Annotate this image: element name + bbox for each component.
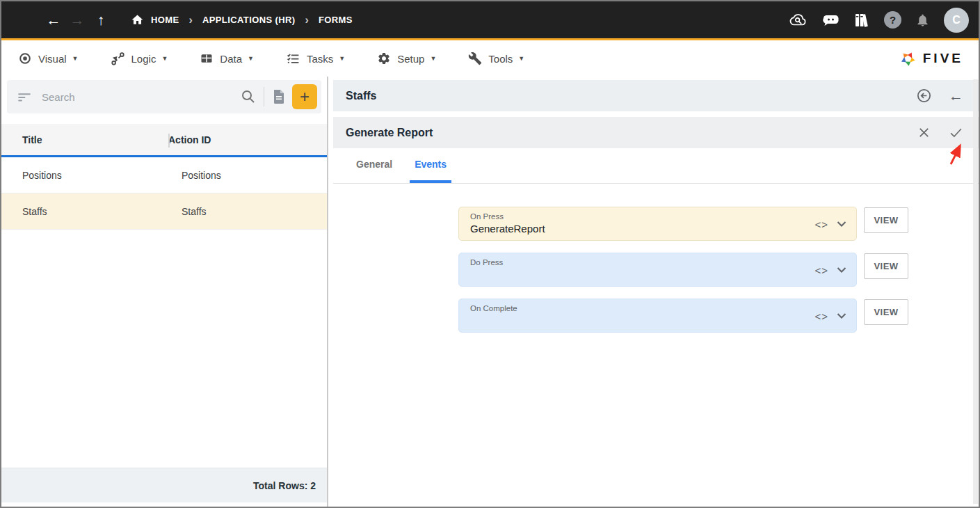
caret-down-icon: ▼ — [248, 55, 254, 62]
total-rows-label: Total Rows: 2 — [253, 480, 316, 491]
menu-logic-label: Logic — [131, 53, 156, 65]
view-button-do-press[interactable]: VIEW — [864, 253, 908, 279]
cell-action-id: Positions — [168, 170, 327, 181]
menubar: Visual ▼ Logic ▼ Data ▼ — [1, 40, 979, 77]
five-pinwheel-icon — [899, 49, 917, 68]
logic-flow-icon — [111, 51, 125, 66]
view-button-on-press[interactable]: VIEW — [864, 207, 908, 233]
breadcrumb-item-applications-hr[interactable]: APPLICATIONS (HR) — [202, 15, 296, 25]
table-row-staffs[interactable]: Staffs Staffs — [1, 193, 327, 230]
menu-tools[interactable]: Tools ▼ — [468, 51, 524, 65]
form-header-bar: Generate Report — [333, 117, 979, 148]
records-table: Title Action ID Positions Positions Staf… — [1, 124, 327, 230]
caret-down-icon: ▼ — [430, 55, 436, 62]
scrollbar-track[interactable] — [973, 79, 978, 504]
data-table-icon — [200, 51, 214, 65]
view-button-on-complete[interactable]: VIEW — [864, 299, 908, 325]
caret-down-icon: ▼ — [72, 55, 79, 62]
cell-action-id: Staffs — [168, 206, 327, 217]
menu-visual[interactable]: Visual ▼ — [18, 51, 79, 65]
toolbar-divider — [264, 87, 264, 106]
form-tabs: General Events — [333, 148, 979, 184]
five-logo-text: FIVE — [923, 51, 963, 66]
close-icon[interactable] — [917, 126, 931, 139]
chevron-down-icon[interactable] — [837, 221, 846, 227]
on-press-field[interactable]: On Press GenerateReport <> — [458, 207, 857, 241]
field-row-on-press: On Press GenerateReport <> VIEW — [458, 207, 979, 241]
document-icon[interactable] — [271, 88, 287, 105]
table-footer: Total Rows: 2 — [1, 468, 327, 502]
main-content: + Title Action ID Positions Positions St… — [1, 77, 979, 507]
menu-logic[interactable]: Logic ▼ — [111, 51, 168, 66]
add-record-button[interactable]: + — [292, 84, 317, 109]
menu-setup[interactable]: Setup ▼ — [377, 51, 436, 65]
back-arrow-icon[interactable]: ← — [42, 13, 65, 27]
app-window: ← → ↑ HOME › APPLICATIONS (HR) › FORMS — [0, 0, 980, 508]
on-complete-field[interactable]: On Complete <> — [458, 299, 857, 333]
column-header-title[interactable]: Title — [1, 134, 168, 145]
five-logo: FIVE — [899, 49, 963, 68]
save-check-icon[interactable] — [949, 126, 963, 139]
caret-down-icon: ▼ — [339, 55, 345, 62]
search-input[interactable] — [42, 91, 240, 103]
gear-icon — [377, 51, 391, 65]
home-icon[interactable] — [131, 13, 144, 26]
breadcrumb-item-forms[interactable]: FORMS — [319, 15, 353, 25]
menu-tools-label: Tools — [488, 53, 513, 65]
forward-arrow-icon[interactable]: → — [65, 13, 89, 27]
chevron-down-icon[interactable] — [837, 312, 846, 319]
menu-setup-label: Setup — [397, 53, 424, 65]
field-label: On Complete — [470, 304, 794, 312]
field-row-on-complete: On Complete <> VIEW — [458, 299, 979, 333]
field-row-do-press: Do Press <> VIEW — [458, 253, 979, 287]
breadcrumb: HOME › APPLICATIONS (HR) › FORMS — [131, 13, 353, 26]
bot-chat-icon[interactable] — [822, 13, 840, 27]
field-value: GenerateReport — [470, 223, 794, 235]
do-press-field[interactable]: Do Press <> — [458, 253, 857, 287]
tasks-checklist-icon — [286, 51, 300, 66]
detail-header-bar: Staffs ← — [333, 80, 979, 111]
back-arrow-icon[interactable]: ← — [949, 88, 963, 103]
column-header-action-id[interactable]: Action ID — [168, 134, 327, 145]
hamburger-menu-icon[interactable] — [17, 13, 35, 27]
menu-data-label: Data — [220, 53, 242, 65]
menu-data[interactable]: Data ▼ — [200, 51, 254, 65]
field-label: On Press — [470, 212, 794, 221]
user-avatar[interactable]: C — [944, 8, 969, 33]
collapse-panel-icon[interactable] — [916, 88, 932, 104]
code-icon[interactable]: <> — [814, 218, 828, 230]
cell-title: Staffs — [1, 206, 168, 217]
tools-wrench-icon — [468, 51, 482, 65]
books-library-icon[interactable] — [853, 13, 870, 28]
tab-events[interactable]: Events — [410, 148, 451, 183]
chevron-down-icon[interactable] — [837, 267, 846, 273]
search-bar: + — [7, 80, 321, 113]
caret-down-icon: ▼ — [518, 55, 524, 62]
cloud-search-icon[interactable] — [789, 12, 808, 28]
events-fields: On Press GenerateReport <> VIEW Do Pre — [333, 184, 979, 333]
search-icon[interactable] — [240, 88, 257, 105]
eye-icon — [18, 51, 32, 65]
column-divider — [168, 134, 170, 148]
table-header: Title Action ID — [1, 124, 327, 157]
topbar: ← → ↑ HOME › APPLICATIONS (HR) › FORMS — [1, 1, 979, 38]
bell-notifications-icon[interactable] — [915, 13, 930, 28]
menu-tasks-label: Tasks — [307, 53, 333, 65]
table-row-positions[interactable]: Positions Positions — [1, 157, 327, 193]
cell-title: Positions — [1, 170, 168, 181]
tab-general[interactable]: General — [351, 148, 397, 183]
code-icon[interactable]: <> — [814, 310, 828, 322]
field-label: Do Press — [470, 258, 794, 267]
code-icon[interactable]: <> — [814, 264, 828, 276]
filter-icon[interactable] — [17, 89, 32, 104]
breadcrumb-item-home[interactable]: HOME — [151, 15, 179, 25]
help-icon[interactable]: ? — [884, 11, 901, 29]
up-arrow-icon[interactable]: ↑ — [89, 13, 113, 27]
chevron-right-icon: › — [305, 14, 309, 26]
detail-title: Staffs — [346, 90, 376, 102]
form-title: Generate Report — [346, 127, 433, 139]
chevron-right-icon: › — [189, 14, 193, 26]
caret-down-icon: ▼ — [161, 55, 168, 62]
menu-tasks[interactable]: Tasks ▼ — [286, 51, 345, 66]
left-list-panel: + Title Action ID Positions Positions St… — [1, 77, 328, 507]
